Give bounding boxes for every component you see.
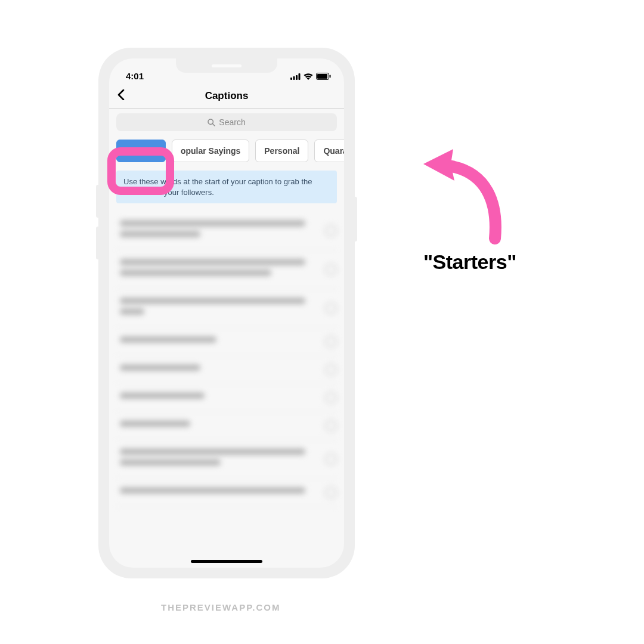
power-button xyxy=(354,197,357,242)
check-icon xyxy=(325,453,337,465)
list-item[interactable] xyxy=(116,212,337,250)
back-button[interactable] xyxy=(117,88,125,104)
phone-frame: 4:01 Captions Search Starters opular Sa xyxy=(98,48,355,578)
phone-screen: 4:01 Captions Search Starters opular Sa xyxy=(109,58,344,568)
check-icon xyxy=(325,264,337,275)
chip-quarantine[interactable]: Quarantin xyxy=(314,140,344,162)
chip-popular-sayings[interactable]: opular Sayings xyxy=(172,140,249,162)
svg-line-8 xyxy=(213,123,215,126)
svg-rect-5 xyxy=(317,74,327,79)
info-banner: Use these words at the start of your cap… xyxy=(116,171,337,203)
search-input[interactable]: Search xyxy=(116,113,337,131)
check-icon xyxy=(325,420,337,432)
chip-personal[interactable]: Personal xyxy=(255,140,308,162)
check-icon xyxy=(325,302,337,314)
search-container: Search xyxy=(109,109,344,136)
list-item[interactable] xyxy=(116,479,337,507)
callout-label: "Starters" xyxy=(423,250,516,274)
battery-icon xyxy=(316,73,331,80)
svg-rect-1 xyxy=(293,76,295,80)
watermark: THEPREVIEWAPP.COM xyxy=(161,602,280,612)
category-chips[interactable]: Starters opular Sayings Personal Quarant… xyxy=(109,136,344,171)
list-item[interactable] xyxy=(116,289,337,328)
check-icon xyxy=(325,364,337,376)
list-item[interactable] xyxy=(116,356,337,384)
check-icon xyxy=(325,336,337,348)
phone-notch xyxy=(176,58,277,73)
wifi-icon xyxy=(304,73,313,80)
svg-rect-2 xyxy=(296,75,298,80)
svg-rect-3 xyxy=(299,73,301,80)
callout-arrow-icon xyxy=(417,146,507,250)
cellular-icon xyxy=(290,73,301,80)
list-item[interactable] xyxy=(116,384,337,412)
status-icons xyxy=(290,73,331,81)
list-item[interactable] xyxy=(116,440,337,479)
list-item[interactable] xyxy=(116,328,337,356)
caption-list xyxy=(109,209,344,509)
status-time: 4:01 xyxy=(126,71,144,81)
search-icon xyxy=(208,119,215,126)
svg-rect-0 xyxy=(290,78,292,80)
search-placeholder: Search xyxy=(219,117,245,127)
list-item[interactable] xyxy=(116,250,337,289)
list-item[interactable] xyxy=(116,412,337,440)
check-icon xyxy=(325,392,337,404)
chevron-left-icon xyxy=(117,89,125,100)
check-icon xyxy=(325,487,337,499)
volume-up-button xyxy=(96,185,100,218)
home-indicator xyxy=(191,560,262,563)
svg-rect-6 xyxy=(330,75,331,78)
page-title: Captions xyxy=(205,90,249,102)
chip-starters[interactable]: Starters xyxy=(116,140,166,162)
check-icon xyxy=(325,225,337,237)
volume-down-button xyxy=(96,227,100,259)
nav-header: Captions xyxy=(109,83,344,109)
